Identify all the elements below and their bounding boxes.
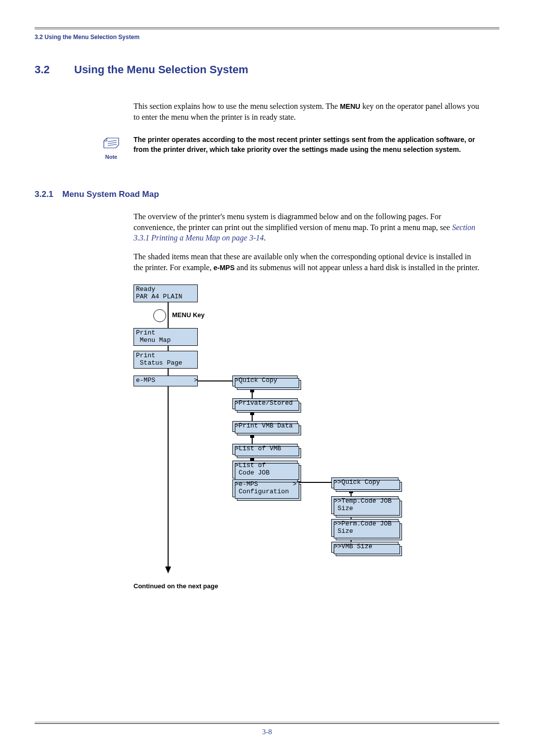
note-text: The printer operates according to the mo… [134,135,480,154]
box-emps: e-MPS > [134,376,198,386]
intro-pre: This section explains how to use the men… [134,102,340,110]
box-list-of-code-job: >List of Code JOB [232,461,298,478]
menu-key-circle [153,309,166,322]
box-perm-code-job: >>Perm.Code JOB Size [331,519,399,537]
emps-word: e-MPS [214,264,235,272]
roadmap-p2: The shaded items mean that these are ava… [134,251,480,273]
subsection-heading: 3.2.1 Menu System Road Map [35,189,499,199]
menu-diagram: Ready PAR A4 PLAIN MENU Key Print Menu M… [134,284,450,576]
note-block: Note The printer operates according to t… [134,135,480,160]
top-rule-2 [35,29,499,30]
intro-paragraph: This section explains how to use the men… [134,101,480,122]
box-vmb-size: >>VMB Size [331,542,399,553]
body-column: This section explains how to use the men… [134,101,480,160]
section-heading: 3.2 Using the Menu Selection System [35,63,499,76]
subsection-title: Menu System Road Map [62,189,159,199]
top-rule-1 [35,28,499,28]
box-print-status-page: Print Status Page [134,351,198,369]
footer: 3-8 [35,721,499,736]
box-private-stored: >Private/Stored [232,398,298,409]
body-column-2: The overview of the printer's menu syste… [134,211,480,273]
note-label: Note [101,154,122,160]
box-ready: Ready PAR A4 PLAIN [134,284,198,302]
menu-key-word: MENU [340,102,360,110]
box-print-menu-map: Print Menu Map [134,328,198,346]
page: 3.2 Using the Menu Selection System 3.2 … [0,0,534,756]
bottom-rule-1 [35,722,499,722]
p1-post: . [264,234,266,242]
page-number: 3-8 [35,728,499,736]
p2-post: and its submenus will not appear unless … [235,263,480,272]
p1-pre: The overview of the printer's menu syste… [134,212,452,232]
box-emps-configuration: >e-MPS > Configuration [232,479,298,497]
roadmap-p1: The overview of the printer's menu syste… [134,211,480,243]
bottom-rule-2 [35,723,499,724]
box-print-vmb-data: >Print VMB Data [232,421,298,432]
svg-marker-3 [165,567,171,573]
section-title: Using the Menu Selection System [74,63,248,76]
box-temp-code-job: >>Temp.Code JOB Size [331,496,399,514]
box-quick-copy: >Quick Copy [232,376,298,386]
running-header: 3.2 Using the Menu Selection System [35,34,499,41]
subsection-number: 3.2.1 [35,189,62,199]
menu-key-label: MENU Key [172,311,205,319]
section-number: 3.2 [35,63,74,76]
box-list-of-vmb: >List of VMB [232,444,298,455]
continued-label: Continued on the next page [134,582,499,590]
box-sub-quick-copy: >>Quick Copy [331,477,399,488]
note-icon-wrap: Note [101,135,122,160]
note-icon [102,135,121,151]
